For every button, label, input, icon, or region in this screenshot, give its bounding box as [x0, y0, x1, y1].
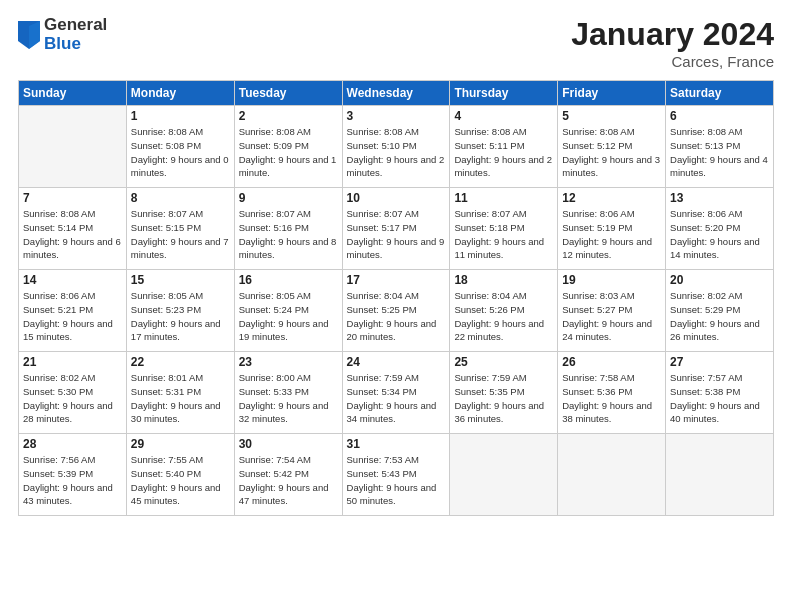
col-sunday: Sunday — [19, 81, 127, 106]
day-number: 29 — [131, 437, 230, 451]
day-number: 24 — [347, 355, 446, 369]
table-row: 22Sunrise: 8:01 AMSunset: 5:31 PMDayligh… — [126, 352, 234, 434]
day-number: 18 — [454, 273, 553, 287]
table-row: 16Sunrise: 8:05 AMSunset: 5:24 PMDayligh… — [234, 270, 342, 352]
day-detail: Sunrise: 8:02 AMSunset: 5:29 PMDaylight:… — [670, 289, 769, 344]
table-row: 11Sunrise: 8:07 AMSunset: 5:18 PMDayligh… — [450, 188, 558, 270]
table-row: 4Sunrise: 8:08 AMSunset: 5:11 PMDaylight… — [450, 106, 558, 188]
table-row: 15Sunrise: 8:05 AMSunset: 5:23 PMDayligh… — [126, 270, 234, 352]
day-detail: Sunrise: 8:07 AMSunset: 5:15 PMDaylight:… — [131, 207, 230, 262]
table-row: 30Sunrise: 7:54 AMSunset: 5:42 PMDayligh… — [234, 434, 342, 516]
table-row — [450, 434, 558, 516]
day-detail: Sunrise: 8:00 AMSunset: 5:33 PMDaylight:… — [239, 371, 338, 426]
table-row — [666, 434, 774, 516]
day-detail: Sunrise: 8:08 AMSunset: 5:13 PMDaylight:… — [670, 125, 769, 180]
day-detail: Sunrise: 7:57 AMSunset: 5:38 PMDaylight:… — [670, 371, 769, 426]
table-row: 13Sunrise: 8:06 AMSunset: 5:20 PMDayligh… — [666, 188, 774, 270]
col-tuesday: Tuesday — [234, 81, 342, 106]
page: General Blue January 2024 Carces, France… — [0, 0, 792, 612]
day-number: 3 — [347, 109, 446, 123]
day-detail: Sunrise: 7:59 AMSunset: 5:35 PMDaylight:… — [454, 371, 553, 426]
day-number: 8 — [131, 191, 230, 205]
day-detail: Sunrise: 7:58 AMSunset: 5:36 PMDaylight:… — [562, 371, 661, 426]
table-row — [558, 434, 666, 516]
day-detail: Sunrise: 7:55 AMSunset: 5:40 PMDaylight:… — [131, 453, 230, 508]
table-row: 12Sunrise: 8:06 AMSunset: 5:19 PMDayligh… — [558, 188, 666, 270]
logo-general: General — [44, 16, 107, 35]
table-row: 1Sunrise: 8:08 AMSunset: 5:08 PMDaylight… — [126, 106, 234, 188]
table-row: 2Sunrise: 8:08 AMSunset: 5:09 PMDaylight… — [234, 106, 342, 188]
day-detail: Sunrise: 8:08 AMSunset: 5:14 PMDaylight:… — [23, 207, 122, 262]
day-detail: Sunrise: 8:05 AMSunset: 5:23 PMDaylight:… — [131, 289, 230, 344]
col-friday: Friday — [558, 81, 666, 106]
day-detail: Sunrise: 8:07 AMSunset: 5:17 PMDaylight:… — [347, 207, 446, 262]
day-detail: Sunrise: 8:08 AMSunset: 5:11 PMDaylight:… — [454, 125, 553, 180]
table-row: 31Sunrise: 7:53 AMSunset: 5:43 PMDayligh… — [342, 434, 450, 516]
col-monday: Monday — [126, 81, 234, 106]
day-detail: Sunrise: 8:06 AMSunset: 5:19 PMDaylight:… — [562, 207, 661, 262]
table-row: 18Sunrise: 8:04 AMSunset: 5:26 PMDayligh… — [450, 270, 558, 352]
day-detail: Sunrise: 8:07 AMSunset: 5:16 PMDaylight:… — [239, 207, 338, 262]
day-detail: Sunrise: 8:03 AMSunset: 5:27 PMDaylight:… — [562, 289, 661, 344]
col-wednesday: Wednesday — [342, 81, 450, 106]
day-number: 23 — [239, 355, 338, 369]
day-detail: Sunrise: 8:06 AMSunset: 5:21 PMDaylight:… — [23, 289, 122, 344]
table-row: 26Sunrise: 7:58 AMSunset: 5:36 PMDayligh… — [558, 352, 666, 434]
table-row: 10Sunrise: 8:07 AMSunset: 5:17 PMDayligh… — [342, 188, 450, 270]
day-number: 11 — [454, 191, 553, 205]
day-detail: Sunrise: 7:59 AMSunset: 5:34 PMDaylight:… — [347, 371, 446, 426]
day-number: 31 — [347, 437, 446, 451]
table-row: 27Sunrise: 7:57 AMSunset: 5:38 PMDayligh… — [666, 352, 774, 434]
day-detail: Sunrise: 8:06 AMSunset: 5:20 PMDaylight:… — [670, 207, 769, 262]
header: General Blue January 2024 Carces, France — [18, 16, 774, 70]
day-detail: Sunrise: 8:08 AMSunset: 5:08 PMDaylight:… — [131, 125, 230, 180]
day-number: 17 — [347, 273, 446, 287]
table-row: 23Sunrise: 8:00 AMSunset: 5:33 PMDayligh… — [234, 352, 342, 434]
col-thursday: Thursday — [450, 81, 558, 106]
day-detail: Sunrise: 7:54 AMSunset: 5:42 PMDaylight:… — [239, 453, 338, 508]
logo-blue: Blue — [44, 35, 107, 54]
table-row: 25Sunrise: 7:59 AMSunset: 5:35 PMDayligh… — [450, 352, 558, 434]
day-detail: Sunrise: 8:08 AMSunset: 5:09 PMDaylight:… — [239, 125, 338, 180]
day-number: 21 — [23, 355, 122, 369]
day-number: 20 — [670, 273, 769, 287]
day-number: 16 — [239, 273, 338, 287]
location: Carces, France — [571, 53, 774, 70]
day-number: 9 — [239, 191, 338, 205]
day-number: 15 — [131, 273, 230, 287]
table-row: 21Sunrise: 8:02 AMSunset: 5:30 PMDayligh… — [19, 352, 127, 434]
table-row: 28Sunrise: 7:56 AMSunset: 5:39 PMDayligh… — [19, 434, 127, 516]
logo: General Blue — [18, 16, 107, 53]
table-row: 6Sunrise: 8:08 AMSunset: 5:13 PMDaylight… — [666, 106, 774, 188]
table-row — [19, 106, 127, 188]
day-detail: Sunrise: 8:08 AMSunset: 5:10 PMDaylight:… — [347, 125, 446, 180]
calendar-header-row: Sunday Monday Tuesday Wednesday Thursday… — [19, 81, 774, 106]
day-detail: Sunrise: 8:07 AMSunset: 5:18 PMDaylight:… — [454, 207, 553, 262]
day-number: 5 — [562, 109, 661, 123]
day-number: 12 — [562, 191, 661, 205]
day-detail: Sunrise: 8:01 AMSunset: 5:31 PMDaylight:… — [131, 371, 230, 426]
table-row: 17Sunrise: 8:04 AMSunset: 5:25 PMDayligh… — [342, 270, 450, 352]
table-row: 19Sunrise: 8:03 AMSunset: 5:27 PMDayligh… — [558, 270, 666, 352]
title-area: January 2024 Carces, France — [571, 16, 774, 70]
day-number: 14 — [23, 273, 122, 287]
table-row: 14Sunrise: 8:06 AMSunset: 5:21 PMDayligh… — [19, 270, 127, 352]
day-number: 10 — [347, 191, 446, 205]
day-number: 13 — [670, 191, 769, 205]
table-row: 5Sunrise: 8:08 AMSunset: 5:12 PMDaylight… — [558, 106, 666, 188]
day-number: 4 — [454, 109, 553, 123]
table-row: 29Sunrise: 7:55 AMSunset: 5:40 PMDayligh… — [126, 434, 234, 516]
day-number: 25 — [454, 355, 553, 369]
day-detail: Sunrise: 8:05 AMSunset: 5:24 PMDaylight:… — [239, 289, 338, 344]
day-number: 26 — [562, 355, 661, 369]
logo-text: General Blue — [44, 16, 107, 53]
day-number: 6 — [670, 109, 769, 123]
day-number: 7 — [23, 191, 122, 205]
calendar: Sunday Monday Tuesday Wednesday Thursday… — [18, 80, 774, 516]
day-detail: Sunrise: 7:56 AMSunset: 5:39 PMDaylight:… — [23, 453, 122, 508]
day-detail: Sunrise: 7:53 AMSunset: 5:43 PMDaylight:… — [347, 453, 446, 508]
day-number: 27 — [670, 355, 769, 369]
table-row: 9Sunrise: 8:07 AMSunset: 5:16 PMDaylight… — [234, 188, 342, 270]
day-detail: Sunrise: 8:02 AMSunset: 5:30 PMDaylight:… — [23, 371, 122, 426]
table-row: 8Sunrise: 8:07 AMSunset: 5:15 PMDaylight… — [126, 188, 234, 270]
